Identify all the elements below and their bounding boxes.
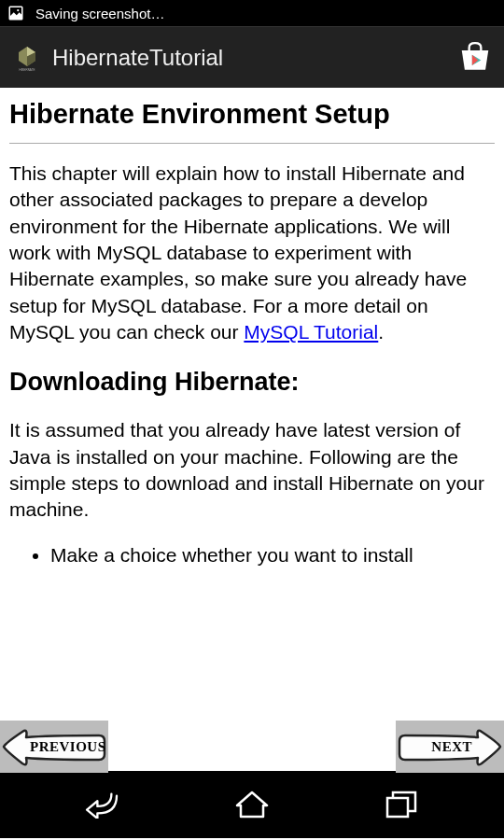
android-nav-bar: [0, 771, 504, 838]
back-icon[interactable]: [84, 786, 121, 823]
app-title: HibernateTutorial: [52, 45, 457, 71]
next-button[interactable]: NEXT: [396, 721, 504, 773]
divider: [9, 143, 495, 144]
status-bar: Saving screenshot…: [0, 0, 504, 26]
list-item: Make a choice whether you want to instal…: [50, 542, 495, 568]
section-body: It is assumed that you already have late…: [9, 417, 495, 523]
previous-button[interactable]: PREVIOUS: [0, 721, 108, 773]
recent-icon[interactable]: [383, 786, 420, 823]
photo-icon: [7, 5, 24, 21]
status-text: Saving screenshot…: [35, 6, 164, 21]
bullet-list: Make a choice whether you want to instal…: [9, 542, 495, 568]
page-heading: Hibernate Environment Setup: [9, 99, 495, 130]
previous-label: PREVIOUS: [30, 739, 106, 755]
mysql-tutorial-link[interactable]: MySQL Tutorial: [244, 321, 378, 343]
intro-paragraph: This chapter will explain how to install…: [9, 161, 495, 345]
article-content: Hibernate Environment Setup This chapter…: [0, 88, 504, 721]
app-bar: HIBERNATE HibernateTutorial: [0, 26, 504, 88]
svg-text:HIBERNATE: HIBERNATE: [20, 67, 35, 71]
svg-rect-8: [387, 798, 408, 817]
play-store-icon[interactable]: [457, 40, 493, 76]
app-logo-icon: HIBERNATE: [11, 42, 43, 74]
next-label: NEXT: [431, 739, 472, 755]
home-icon[interactable]: [233, 786, 271, 823]
svg-point-1: [17, 9, 19, 11]
section-heading: Downloading Hibernate:: [9, 368, 495, 397]
